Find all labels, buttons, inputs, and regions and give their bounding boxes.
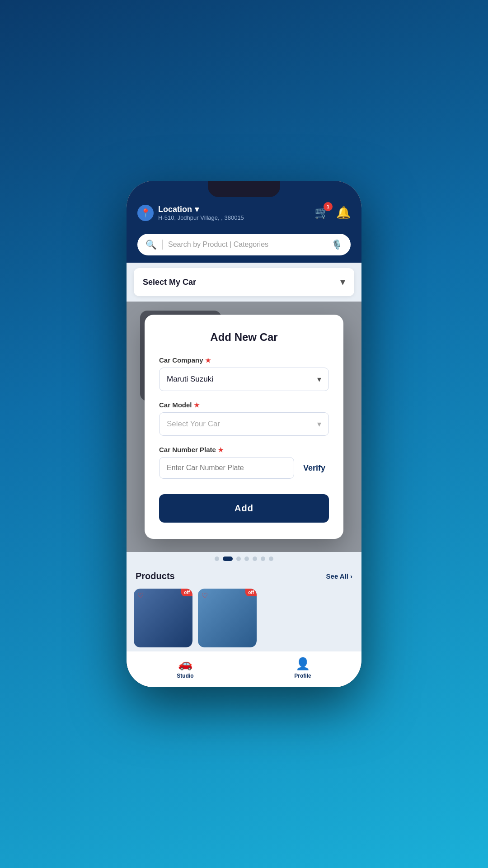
off-badge-1: off (181, 589, 192, 596)
header-icons: 🛒 1 🔔 (314, 206, 351, 220)
dot-2 (223, 557, 233, 561)
cart-wrapper[interactable]: 🛒 1 (314, 206, 329, 220)
location-address: H-510, Jodhpur Village, , 380015 (158, 214, 244, 221)
products-bar: Products See All › (127, 566, 361, 585)
bell-icon[interactable]: 🔔 (336, 206, 351, 220)
dot-3 (236, 557, 241, 561)
products-title: Products (136, 571, 175, 581)
dot-5 (253, 557, 257, 561)
product-card-1[interactable]: off ♡ (134, 589, 192, 647)
car-model-label: Car Model ★ (159, 401, 329, 409)
chevron-down-icon: ▾ (340, 276, 345, 288)
product-card-2[interactable]: off ♡ (198, 589, 257, 647)
nav-item-profile[interactable]: 👤 Profile (294, 657, 311, 679)
car-number-label: Car Number Plate ★ (159, 446, 329, 453)
off-badge-2: off (245, 589, 257, 596)
search-placeholder: Search by Product | Categories (168, 241, 326, 249)
profile-nav-icon: 👤 (296, 657, 310, 671)
cart-badge: 1 (324, 202, 333, 211)
car-company-group: Car Company ★ Maruti Suzuki ▾ (159, 356, 329, 391)
chevron-down-icon: ▾ (195, 204, 199, 214)
chevron-right-icon: › (350, 572, 352, 580)
car-model-select[interactable]: Select Your Car ▾ (159, 412, 329, 436)
carousel-dots (127, 552, 361, 566)
location-text: Location ▾ H-510, Jodhpur Village, , 380… (158, 204, 244, 221)
products-row: off ♡ off ♡ (127, 585, 361, 651)
heart-icon-1: ♡ (137, 591, 144, 600)
search-input-wrapper[interactable]: 🔍 Search by Product | Categories 🎙️ (137, 234, 351, 255)
search-icon: 🔍 (145, 239, 157, 250)
dot-7 (269, 557, 273, 561)
car-model-placeholder: Select Your Car (167, 420, 220, 429)
car-number-input[interactable] (159, 457, 294, 479)
required-star: ★ (205, 357, 211, 364)
location-icon: 📍 (137, 205, 154, 221)
add-car-modal: Add New Car Car Company ★ Maruti Suzuki … (145, 315, 343, 539)
search-divider (162, 240, 163, 250)
phone-notch (208, 181, 280, 197)
car-company-label: Car Company ★ (159, 356, 329, 364)
verify-button[interactable]: Verify (300, 462, 329, 475)
select-car-label: Select My Car (143, 278, 196, 287)
dot-1 (215, 557, 219, 561)
profile-label: Profile (294, 673, 311, 679)
location-label: Location (158, 205, 192, 214)
chevron-down-icon: ▾ (317, 419, 321, 429)
car-company-select[interactable]: Maruti Suzuki ▾ (159, 368, 329, 391)
bottom-nav: 🚗 Studio 👤 Profile (127, 651, 361, 687)
modal-overlay: Add New Car Car Company ★ Maruti Suzuki … (127, 302, 361, 552)
nav-item-studio[interactable]: 🚗 Studio (177, 657, 193, 679)
required-star: ★ (194, 401, 200, 409)
car-nav-icon: 🚗 (178, 657, 192, 671)
car-number-group: Car Number Plate ★ Verify (159, 446, 329, 479)
phone-frame: 📍 Location ▾ H-510, Jodhpur Village, , 3… (127, 181, 361, 687)
car-company-value: Maruti Suzuki (167, 375, 213, 384)
chevron-down-icon: ▾ (317, 374, 321, 384)
dot-6 (261, 557, 265, 561)
see-all-button[interactable]: See All › (326, 572, 352, 580)
studio-label: Studio (177, 673, 193, 679)
dot-4 (244, 557, 249, 561)
heart-icon-2: ♡ (202, 591, 208, 600)
mic-icon[interactable]: 🎙️ (331, 239, 343, 250)
add-car-button[interactable]: Add (159, 494, 329, 523)
required-star: ★ (218, 446, 224, 453)
location-title: Location ▾ (158, 204, 244, 214)
search-bar-container: 🔍 Search by Product | Categories 🎙️ (127, 228, 361, 263)
car-model-group: Car Model ★ Select Your Car ▾ (159, 401, 329, 436)
car-number-input-row: Verify (159, 457, 329, 479)
location-section[interactable]: 📍 Location ▾ H-510, Jodhpur Village, , 3… (137, 204, 244, 221)
modal-title: Add New Car (159, 331, 329, 344)
content-area: Add New Car Car Company ★ Maruti Suzuki … (127, 302, 361, 552)
select-car-bar[interactable]: Select My Car ▾ (134, 268, 354, 296)
phone-screen: 📍 Location ▾ H-510, Jodhpur Village, , 3… (127, 181, 361, 687)
